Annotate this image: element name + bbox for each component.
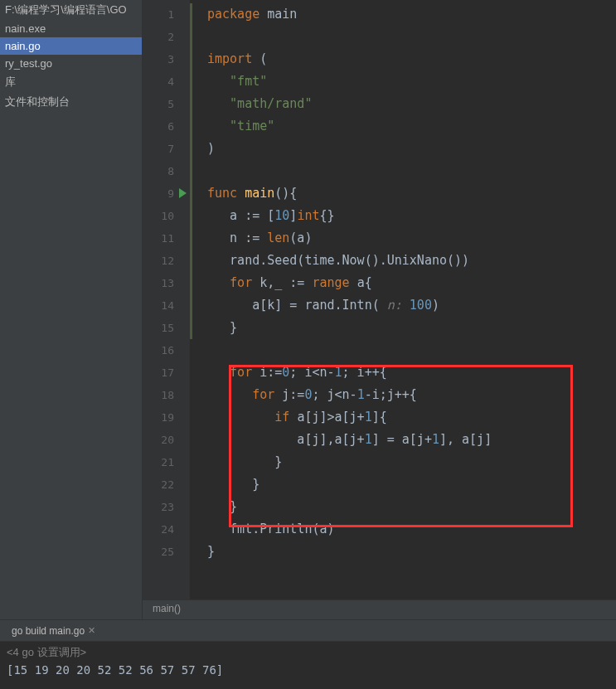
line-number: 22 (143, 473, 189, 496)
code-line[interactable]: a[k] = rand.Intn( n: 100) (207, 294, 616, 317)
code-line[interactable]: package main (207, 3, 616, 26)
line-number: 17 (143, 361, 189, 384)
sidebar-item[interactable]: nain.exe (0, 20, 142, 37)
line-number: 16 (143, 339, 189, 361)
fold-marker (190, 518, 201, 541)
file-explorer: F:\编程学习\编程语言\GOnain.exenain.gory_test.go… (0, 0, 143, 619)
sidebar-item[interactable]: nain.go (0, 37, 142, 55)
line-number: 3 (143, 48, 189, 70)
sidebar-item[interactable]: F:\编程学习\编程语言\GO (0, 0, 142, 20)
line-number: 13 (143, 272, 189, 294)
code-line[interactable] (207, 26, 616, 48)
fold-marker (190, 429, 201, 451)
code-line[interactable]: "math/rand" (207, 93, 616, 115)
line-number: 6 (143, 115, 189, 138)
line-number: 5 (143, 93, 189, 115)
fold-marker (190, 384, 201, 406)
code-line[interactable]: ) (207, 138, 616, 160)
terminal-result: [15 19 20 20 52 52 56 57 57 76] (7, 663, 609, 677)
line-number: 10 (143, 205, 189, 227)
line-number: 18 (143, 384, 189, 406)
code-line[interactable] (207, 160, 616, 182)
code-content[interactable]: package mainimport ( "fmt" "math/rand" "… (201, 0, 616, 599)
fold-marker (190, 451, 201, 473)
line-number: 2 (143, 26, 189, 48)
code-line[interactable]: for k,_ := range a{ (207, 272, 616, 294)
code-line[interactable]: } (207, 541, 616, 563)
fold-marker (190, 473, 201, 496)
code-line[interactable]: import ( (207, 48, 616, 70)
sidebar-item[interactable]: ry_test.go (0, 55, 142, 72)
code-line[interactable]: } (207, 496, 616, 518)
line-number: 20 (143, 429, 189, 451)
line-number: 14 (143, 294, 189, 317)
code-line[interactable]: func main(){ (207, 182, 616, 205)
line-number: 23 (143, 496, 189, 518)
line-number: 7 (143, 138, 189, 160)
code-line[interactable]: } (207, 451, 616, 473)
fold-gutter (189, 0, 201, 599)
line-number: 24 (143, 518, 189, 541)
code-editor[interactable]: 1234567891011121314151617181920212223242… (143, 0, 616, 619)
fold-marker (190, 361, 201, 384)
sidebar-item[interactable]: 文件和控制台 (0, 92, 142, 112)
line-number: 1 (143, 3, 189, 26)
terminal-tab-build[interactable]: go build main.go ✕ (7, 622, 100, 640)
fold-marker (190, 339, 201, 361)
line-number: 9 (143, 182, 189, 205)
close-icon[interactable]: ✕ (88, 625, 95, 636)
fold-marker (190, 496, 201, 518)
run-icon[interactable] (179, 188, 187, 198)
line-number: 8 (143, 160, 189, 182)
code-line[interactable]: "time" (207, 115, 616, 138)
line-number: 21 (143, 451, 189, 473)
sidebar-item[interactable]: 库 (0, 72, 142, 92)
code-line[interactable]: rand.Seed(time.Now().UnixNano()) (207, 250, 616, 272)
code-line[interactable]: if a[j]>a[j+1]{ (207, 406, 616, 429)
line-number: 12 (143, 250, 189, 272)
line-number: 4 (143, 70, 189, 93)
code-line[interactable]: "fmt" (207, 70, 616, 93)
code-line[interactable]: } (207, 317, 616, 339)
fold-marker (190, 541, 201, 563)
line-number: 19 (143, 406, 189, 429)
code-line[interactable] (207, 339, 616, 361)
breadcrumb[interactable]: main() (143, 599, 616, 619)
line-number: 11 (143, 227, 189, 250)
terminal-header: <4 go 设置调用> (7, 645, 609, 660)
code-line[interactable]: n := len(a) (207, 227, 616, 250)
code-line[interactable]: a := [10]int{} (207, 205, 616, 227)
line-number: 25 (143, 541, 189, 563)
terminal-tab-label: go build main.go (12, 625, 85, 637)
code-line[interactable]: } (207, 473, 616, 496)
line-number: 15 (143, 317, 189, 339)
fold-marker (190, 406, 201, 429)
terminal-output[interactable]: <4 go 设置调用> [15 19 20 20 52 52 56 57 57 … (0, 641, 616, 689)
code-line[interactable]: a[j],a[j+1] = a[j+1], a[j] (207, 429, 616, 451)
code-line[interactable]: for i:=0; i<n-1; i++{ (207, 361, 616, 384)
terminal-tabs: go build main.go ✕ (0, 619, 616, 641)
code-line[interactable]: for j:=0; j<n-1-i;j++{ (207, 384, 616, 406)
line-gutter: 1234567891011121314151617181920212223242… (143, 0, 189, 599)
code-line[interactable]: fmt.Println(a) (207, 518, 616, 541)
